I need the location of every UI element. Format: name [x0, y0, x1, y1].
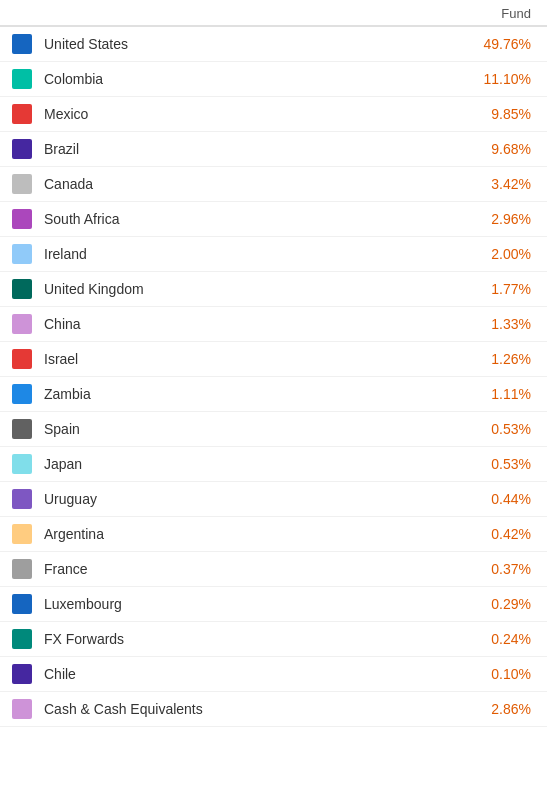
- country-name: Zambia: [44, 386, 471, 402]
- country-color-swatch: [12, 349, 32, 369]
- table-row: Mexico9.85%: [0, 97, 547, 132]
- country-color-swatch: [12, 594, 32, 614]
- fund-value: 1.33%: [471, 316, 531, 332]
- country-name: China: [44, 316, 471, 332]
- country-name: South Africa: [44, 211, 471, 227]
- country-name: Luxembourg: [44, 596, 471, 612]
- country-color-swatch: [12, 489, 32, 509]
- country-name: Argentina: [44, 526, 471, 542]
- table-row: Brazil9.68%: [0, 132, 547, 167]
- table-row: Israel1.26%: [0, 342, 547, 377]
- fund-value: 2.00%: [471, 246, 531, 262]
- fund-value: 0.29%: [471, 596, 531, 612]
- fund-value: 0.37%: [471, 561, 531, 577]
- fund-value: 11.10%: [471, 71, 531, 87]
- table-row: South Africa2.96%: [0, 202, 547, 237]
- fund-value: 49.76%: [471, 36, 531, 52]
- fund-column-header: Fund: [501, 6, 531, 21]
- country-color-swatch: [12, 454, 32, 474]
- table-row: Spain0.53%: [0, 412, 547, 447]
- fund-value: 1.77%: [471, 281, 531, 297]
- country-name: Ireland: [44, 246, 471, 262]
- fund-value: 1.26%: [471, 351, 531, 367]
- table-row: Argentina0.42%: [0, 517, 547, 552]
- country-name: Israel: [44, 351, 471, 367]
- fund-value: 2.86%: [471, 701, 531, 717]
- country-name: Spain: [44, 421, 471, 437]
- country-color-swatch: [12, 699, 32, 719]
- country-name: Japan: [44, 456, 471, 472]
- fund-value: 0.44%: [471, 491, 531, 507]
- country-name: Uruguay: [44, 491, 471, 507]
- fund-value: 0.42%: [471, 526, 531, 542]
- country-color-swatch: [12, 419, 32, 439]
- table-row: Cash & Cash Equivalents2.86%: [0, 692, 547, 727]
- table-row: Uruguay0.44%: [0, 482, 547, 517]
- fund-value: 9.85%: [471, 106, 531, 122]
- country-color-swatch: [12, 524, 32, 544]
- country-color-swatch: [12, 104, 32, 124]
- table-row: United Kingdom1.77%: [0, 272, 547, 307]
- country-color-swatch: [12, 279, 32, 299]
- table-row: Ireland2.00%: [0, 237, 547, 272]
- fund-value: 1.11%: [471, 386, 531, 402]
- country-table: United States49.76%Colombia11.10%Mexico9…: [0, 27, 547, 727]
- country-color-swatch: [12, 34, 32, 54]
- country-name: Mexico: [44, 106, 471, 122]
- table-row: Colombia11.10%: [0, 62, 547, 97]
- fund-value: 0.53%: [471, 421, 531, 437]
- table-row: Luxembourg0.29%: [0, 587, 547, 622]
- country-color-swatch: [12, 139, 32, 159]
- country-name: United States: [44, 36, 471, 52]
- country-color-swatch: [12, 664, 32, 684]
- country-name: Chile: [44, 666, 471, 682]
- table-row: United States49.76%: [0, 27, 547, 62]
- table-row: China1.33%: [0, 307, 547, 342]
- table-row: FX Forwards0.24%: [0, 622, 547, 657]
- table-row: Japan0.53%: [0, 447, 547, 482]
- country-color-swatch: [12, 384, 32, 404]
- fund-value: 3.42%: [471, 176, 531, 192]
- country-color-swatch: [12, 69, 32, 89]
- table-row: France0.37%: [0, 552, 547, 587]
- country-color-swatch: [12, 209, 32, 229]
- fund-value: 0.24%: [471, 631, 531, 647]
- table-row: Canada3.42%: [0, 167, 547, 202]
- country-name: Cash & Cash Equivalents: [44, 701, 471, 717]
- fund-value: 2.96%: [471, 211, 531, 227]
- country-color-swatch: [12, 174, 32, 194]
- header-row: Fund: [0, 0, 547, 27]
- country-color-swatch: [12, 629, 32, 649]
- table-row: Chile0.10%: [0, 657, 547, 692]
- table-row: Zambia1.11%: [0, 377, 547, 412]
- country-name: Brazil: [44, 141, 471, 157]
- country-color-swatch: [12, 559, 32, 579]
- country-name: Canada: [44, 176, 471, 192]
- country-name: France: [44, 561, 471, 577]
- fund-value: 0.10%: [471, 666, 531, 682]
- country-name: United Kingdom: [44, 281, 471, 297]
- country-name: FX Forwards: [44, 631, 471, 647]
- country-name: Colombia: [44, 71, 471, 87]
- country-color-swatch: [12, 244, 32, 264]
- country-color-swatch: [12, 314, 32, 334]
- fund-value: 9.68%: [471, 141, 531, 157]
- fund-value: 0.53%: [471, 456, 531, 472]
